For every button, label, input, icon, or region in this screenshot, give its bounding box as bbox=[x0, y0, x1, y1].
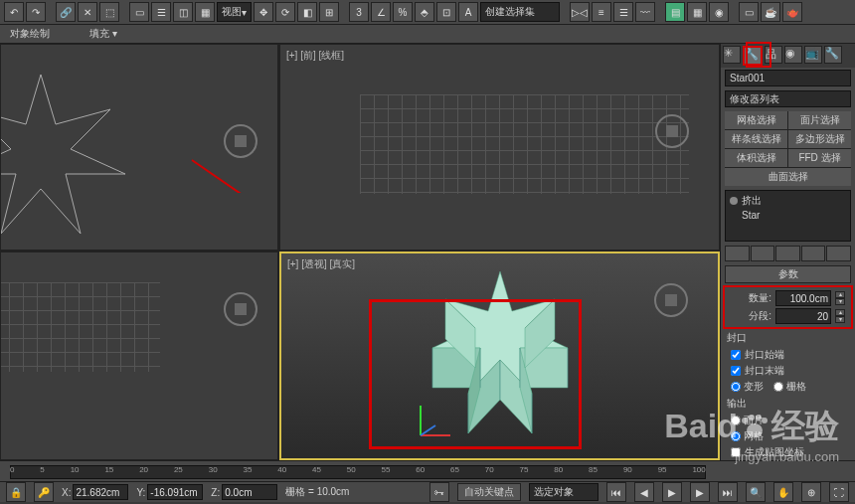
snap-3-button[interactable]: 3 bbox=[349, 2, 369, 22]
poly-select-button[interactable]: 多边形选择 bbox=[788, 130, 851, 148]
align-button[interactable]: ≡ bbox=[592, 2, 611, 22]
key-button[interactable]: 🔑 bbox=[34, 482, 54, 502]
link-button[interactable]: 🔗 bbox=[56, 2, 76, 22]
rotate-button[interactable]: ⟳ bbox=[275, 2, 295, 22]
segments-spin-buttons[interactable]: ▴▾ bbox=[835, 309, 845, 323]
morph-radio[interactable]: 变形 bbox=[731, 380, 764, 394]
render-button[interactable]: 🫖 bbox=[782, 2, 802, 22]
pan-button[interactable]: ✋ bbox=[773, 482, 793, 502]
quick-render-button[interactable]: ☕ bbox=[761, 2, 780, 22]
play-button[interactable]: ▶ bbox=[662, 482, 682, 502]
abc-button[interactable]: A bbox=[458, 2, 478, 22]
spinner-snap-button[interactable]: ⬘ bbox=[415, 2, 434, 22]
material-button[interactable]: ▦ bbox=[687, 2, 707, 22]
z-field[interactable] bbox=[222, 484, 277, 500]
mirror-button[interactable]: ▷◁ bbox=[570, 2, 590, 22]
bind-button[interactable]: ⬚ bbox=[99, 2, 119, 22]
view-cube-icon[interactable] bbox=[654, 283, 688, 317]
ffd-select-button[interactable]: FFD 选择 bbox=[788, 149, 851, 167]
mesh-radio[interactable]: 网格 bbox=[731, 429, 764, 443]
lock-button[interactable]: 🔒 bbox=[6, 482, 26, 502]
curve-editor-button[interactable]: 〰 bbox=[635, 2, 655, 22]
mesh-select-button[interactable]: 网格选择 bbox=[725, 111, 787, 129]
auto-key-button[interactable]: 自动关键点 bbox=[457, 483, 521, 501]
render-frame-button[interactable]: ▭ bbox=[739, 2, 759, 22]
select-name-button[interactable]: ☰ bbox=[151, 2, 171, 22]
select-button[interactable]: ▭ bbox=[129, 2, 149, 22]
layer-button[interactable]: ☰ bbox=[613, 2, 633, 22]
segments-spinner[interactable] bbox=[775, 308, 831, 324]
orbit-button[interactable]: ⊕ bbox=[801, 482, 821, 502]
key-filter-dropdown[interactable]: 选定对象 bbox=[529, 483, 598, 501]
zoom-button[interactable]: 🔍 bbox=[746, 482, 766, 502]
stack-extrude[interactable]: 挤出 bbox=[730, 193, 846, 209]
patch-radio[interactable]: 面片 bbox=[731, 414, 764, 427]
segments-label: 分段: bbox=[749, 309, 771, 323]
object-name-field[interactable]: Star001 bbox=[725, 70, 851, 86]
unlink-button[interactable]: ✕ bbox=[78, 2, 97, 22]
viewport-left[interactable] bbox=[0, 252, 278, 460]
star-wireframe-top bbox=[0, 65, 140, 251]
viewport-front[interactable]: [+] [前] [线框] bbox=[279, 44, 720, 251]
lamp-icon bbox=[730, 197, 738, 205]
prev-frame-button[interactable]: ◀ bbox=[634, 482, 654, 502]
scale-button[interactable]: ◧ bbox=[297, 2, 317, 22]
view-cube-icon[interactable] bbox=[655, 114, 689, 148]
annotation-box-modify bbox=[746, 44, 771, 68]
timeline[interactable]: 0510152025303540455055606570758085909510… bbox=[0, 460, 855, 481]
schematic-button[interactable]: ▤ bbox=[665, 2, 685, 22]
motion-tab[interactable]: ◉ bbox=[784, 46, 802, 64]
percent-snap-button[interactable]: % bbox=[393, 2, 413, 22]
named-selection-dropdown[interactable]: 创建选择集 bbox=[480, 2, 560, 22]
create-tab[interactable]: ✳ bbox=[723, 46, 741, 64]
x-field[interactable] bbox=[73, 484, 128, 500]
annotation-box-star bbox=[369, 299, 582, 449]
goto-end-button[interactable]: ⏭ bbox=[718, 482, 738, 502]
select-region-button[interactable]: ◫ bbox=[173, 2, 193, 22]
command-panel: ✳ 🔧 品 ◉ 📺 🔧 Star001 修改器列表 网格选择 面片选择 样条线选… bbox=[720, 44, 855, 460]
redo-button[interactable]: ↷ bbox=[26, 2, 46, 22]
display-tab[interactable]: 📺 bbox=[804, 46, 822, 64]
view-cube-icon[interactable] bbox=[224, 292, 257, 326]
utilities-tab[interactable]: 🔧 bbox=[824, 46, 842, 64]
modifier-stack[interactable]: 挤出 Star bbox=[725, 190, 851, 242]
angle-snap-button[interactable]: ∠ bbox=[371, 2, 391, 22]
remove-mod-button[interactable] bbox=[801, 246, 826, 261]
next-frame-button[interactable]: ▶ bbox=[690, 482, 710, 502]
mapcoord-checkbox[interactable]: 生成贴图坐标 bbox=[721, 444, 855, 460]
timeline-ticks: 0510152025303540455055606570758085909510… bbox=[10, 465, 706, 477]
params-rollout[interactable]: 参数 bbox=[725, 265, 851, 283]
show-end-button[interactable] bbox=[751, 246, 775, 261]
cap-start-checkbox[interactable]: 封口始端 bbox=[721, 347, 855, 363]
window-crossing-button[interactable]: ▦ bbox=[195, 2, 215, 22]
snap-options-button[interactable]: ⊡ bbox=[436, 2, 456, 22]
amount-spinner[interactable] bbox=[775, 290, 831, 306]
svg-marker-0 bbox=[0, 75, 125, 234]
key-mode-button[interactable]: 🗝 bbox=[429, 482, 449, 502]
render-setup-button[interactable]: ◉ bbox=[709, 2, 729, 22]
vol-select-button[interactable]: 体积选择 bbox=[725, 149, 787, 167]
unique-button[interactable] bbox=[775, 246, 800, 261]
stack-star[interactable]: Star bbox=[730, 209, 846, 222]
maximize-button[interactable]: ⛶ bbox=[829, 482, 849, 502]
surf-select-button[interactable]: 曲面选择 bbox=[725, 168, 851, 186]
command-panel-tabs: ✳ 🔧 品 ◉ 📺 🔧 bbox=[721, 44, 855, 68]
modifier-list-dropdown[interactable]: 修改器列表 bbox=[725, 90, 851, 107]
face-select-button[interactable]: 面片选择 bbox=[788, 111, 851, 129]
viewport-top[interactable] bbox=[0, 44, 278, 251]
spline-select-button[interactable]: 样条线选择 bbox=[725, 130, 787, 148]
view-dropdown[interactable]: 视图 ▾ bbox=[217, 2, 252, 22]
ribbon-bar: 对象绘制 填充 ▾ bbox=[0, 25, 855, 44]
amount-spin-buttons[interactable]: ▴▾ bbox=[835, 291, 845, 305]
move-button[interactable]: ✥ bbox=[254, 2, 273, 22]
pin-stack-button[interactable] bbox=[725, 246, 750, 261]
grid-radio[interactable]: 栅格 bbox=[773, 380, 806, 394]
cap-end-checkbox[interactable]: 封口末端 bbox=[721, 363, 855, 379]
y-field[interactable] bbox=[147, 484, 203, 500]
undo-button[interactable]: ↶ bbox=[4, 2, 24, 22]
ref-coord-button[interactable]: ⊞ bbox=[319, 2, 339, 22]
view-cube-icon[interactable] bbox=[224, 124, 257, 158]
config-button[interactable] bbox=[826, 246, 851, 261]
goto-start-button[interactable]: ⏮ bbox=[606, 482, 626, 502]
cap-group-label: 封口 bbox=[721, 329, 855, 347]
